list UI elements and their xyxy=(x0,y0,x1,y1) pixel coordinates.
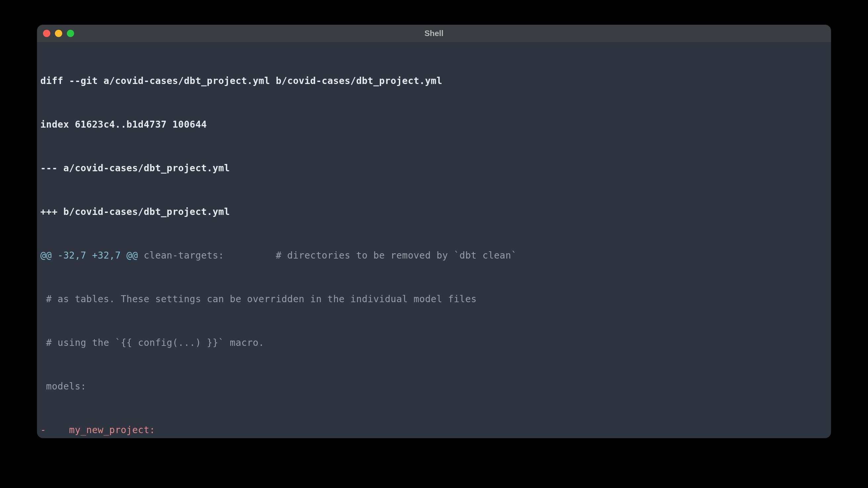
diff-index-line: index 61623c4..b1d4737 100644 xyxy=(40,118,828,132)
titlebar: Shell xyxy=(37,25,831,42)
close-icon[interactable] xyxy=(43,30,50,37)
window-title: Shell xyxy=(425,29,443,38)
terminal-output[interactable]: diff --git a/covid-cases/dbt_project.yml… xyxy=(37,42,831,438)
removed-line: - my_new_project: xyxy=(40,423,828,437)
hunk-marker: @@ -32,7 +32,7 @@ xyxy=(40,250,138,261)
context-line: # using the `{{ config(...) }}` macro. xyxy=(40,335,828,350)
window-controls xyxy=(43,30,74,37)
maximize-icon[interactable] xyxy=(67,30,74,37)
diff-hunk-line: @@ -32,7 +32,7 @@ clean-targets: # direc… xyxy=(40,248,828,263)
diff-header-line: diff --git a/covid-cases/dbt_project.yml… xyxy=(40,74,828,88)
context-line: # as tables. These settings can be overr… xyxy=(40,292,828,306)
diff-new-file-line: +++ b/covid-cases/dbt_project.yml xyxy=(40,205,828,219)
minimize-icon[interactable] xyxy=(55,30,62,37)
diff-old-file-line: --- a/covid-cases/dbt_project.yml xyxy=(40,161,828,175)
hunk-context: clean-targets: # directories to be remov… xyxy=(138,250,517,261)
context-line: models: xyxy=(40,379,828,394)
terminal-window: Shell diff --git a/covid-cases/dbt_proje… xyxy=(37,25,831,438)
